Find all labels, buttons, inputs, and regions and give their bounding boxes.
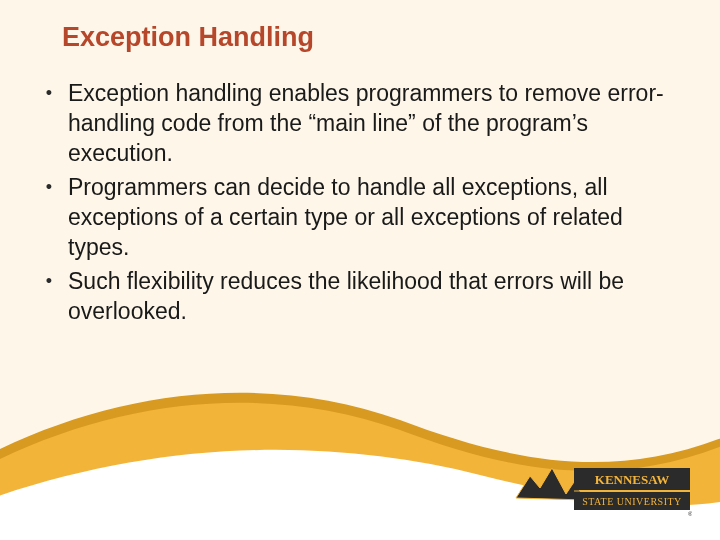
bullet-dot-icon: • [30,78,68,108]
bullet-text: Programmers can decide to handle all exc… [68,172,690,262]
bullet-dot-icon: • [30,172,68,202]
slide-title: Exception Handling [62,22,314,53]
list-item: • Exception handling enables programmers… [30,78,690,168]
bullet-list: • Exception handling enables programmers… [30,78,690,326]
logo-text-bottom: STATE UNIVERSITY [582,496,682,507]
registered-mark-icon: ® [688,511,692,517]
body-content: • Exception handling enables programmers… [30,78,690,330]
logo-text-top: KENNESAW [595,472,669,487]
bullet-text: Such flexibility reduces the likelihood … [68,266,690,326]
slide: Exception Handling • Exception handling … [0,0,720,540]
list-item: • Programmers can decide to handle all e… [30,172,690,262]
bullet-dot-icon: • [30,266,68,296]
bullet-text: Exception handling enables programmers t… [68,78,690,168]
list-item: • Such flexibility reduces the likelihoo… [30,266,690,326]
ksu-logo: KENNESAW STATE UNIVERSITY ® [512,462,692,520]
